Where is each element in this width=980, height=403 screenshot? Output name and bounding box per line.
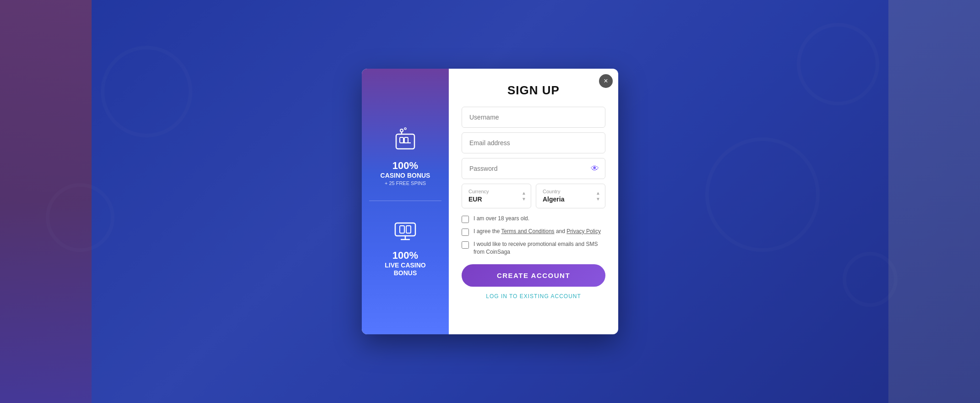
country-select[interactable]: Country Algeria ▲ ▼ — [536, 184, 605, 208]
country-value: Algeria — [543, 196, 564, 203]
close-button[interactable]: × — [599, 74, 613, 88]
bonus-divider — [369, 201, 441, 201]
currency-arrow-down: ▼ — [522, 196, 526, 202]
slot-machine-icon — [391, 126, 420, 155]
currency-value: EUR — [468, 196, 482, 203]
modal-left-panel: 100% CASINO BONUS + 25 FREE SPINS 100% L… — [362, 69, 449, 334]
privacy-link[interactable]: Privacy Policy — [566, 228, 601, 234]
terms-link[interactable]: Terms and Conditions — [501, 228, 555, 234]
svg-rect-7 — [395, 223, 415, 236]
casino-bonus-block: 100% CASINO BONUS + 25 FREE SPINS — [381, 126, 430, 186]
age-checkbox-row: I am over 18 years old. — [462, 215, 605, 223]
svg-rect-2 — [404, 137, 408, 143]
create-account-button[interactable]: CREATE ACCOUNT — [462, 264, 605, 287]
live-casino-subtitle: BONUS — [394, 269, 417, 277]
svg-rect-8 — [400, 226, 404, 233]
svg-point-4 — [400, 129, 403, 132]
terms-mid-text: and — [555, 228, 567, 234]
svg-rect-0 — [396, 134, 414, 149]
promo-checkbox-label: I would like to receive promotional emai… — [474, 240, 605, 256]
age-checkbox-label: I am over 18 years old. — [474, 215, 529, 223]
email-input[interactable] — [462, 132, 605, 153]
country-arrows: ▲ ▼ — [596, 191, 600, 202]
casino-bonus-subtitle: + 25 FREE SPINS — [385, 180, 426, 186]
casino-bonus-title: CASINO BONUS — [381, 172, 430, 180]
terms-checkbox[interactable] — [462, 229, 469, 236]
currency-select[interactable]: Currency EUR ▲ ▼ — [462, 184, 531, 208]
live-casino-title: LIVE CASINO — [385, 261, 425, 269]
toggle-password-icon[interactable]: 👁 — [591, 164, 599, 174]
casino-bonus-percent: 100% — [392, 160, 418, 172]
live-casino-icon — [391, 216, 420, 245]
svg-rect-1 — [400, 137, 403, 143]
promo-checkbox[interactable] — [462, 241, 469, 249]
login-link[interactable]: LOG IN TO EXISTING ACCOUNT — [462, 293, 605, 300]
country-arrow-down: ▼ — [596, 196, 600, 202]
promo-checkbox-row: I would like to receive promotional emai… — [462, 240, 605, 256]
password-input[interactable] — [462, 158, 605, 179]
currency-arrows: ▲ ▼ — [522, 191, 526, 202]
live-casino-bonus-block: 100% LIVE CASINO BONUS — [385, 216, 425, 277]
currency-arrow-up: ▲ — [522, 191, 526, 196]
currency-label: Currency — [468, 189, 524, 194]
age-checkbox[interactable] — [462, 216, 469, 223]
modal-right-panel: SIGN UP 👁 Currency EUR ▲ ▼ Country Alger… — [449, 69, 618, 334]
terms-checkbox-row: I agree the Terms and Conditions and Pri… — [462, 228, 605, 236]
terms-checkbox-label: I agree the Terms and Conditions and Pri… — [474, 228, 601, 235]
svg-rect-9 — [406, 226, 411, 233]
terms-pre-text: I agree the — [474, 228, 501, 234]
selects-row: Currency EUR ▲ ▼ Country Algeria ▲ ▼ — [462, 184, 605, 208]
signup-title: SIGN UP — [462, 83, 605, 98]
username-input[interactable] — [462, 107, 605, 128]
signup-modal: × 100% CASINO BONUS + 25 FREE SPINS — [362, 69, 618, 334]
svg-point-5 — [404, 128, 406, 130]
checkboxes-group: I am over 18 years old. I agree the Term… — [462, 215, 605, 256]
country-arrow-up: ▲ — [596, 191, 600, 196]
live-casino-percent: 100% — [392, 250, 418, 261]
password-wrapper: 👁 — [462, 158, 605, 179]
country-label: Country — [543, 189, 599, 194]
